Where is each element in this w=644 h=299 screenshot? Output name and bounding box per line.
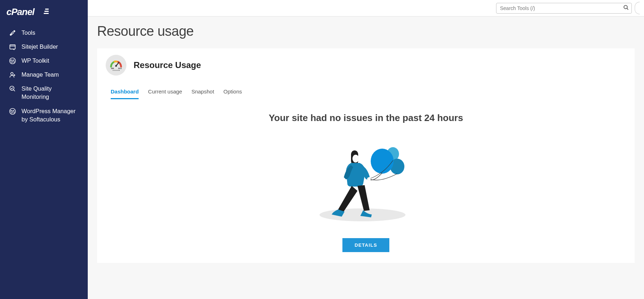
sidebar-item-label: WP Toolkit [21,57,79,65]
svg-rect-16 [113,70,114,71]
panel-title: Resource Usage [134,60,201,70]
cpanel-logo[interactable]: cPanel [0,4,88,26]
details-button[interactable]: DETAILS [342,238,389,252]
sidebar: cPanel Tools Sitejet Builder [0,0,88,299]
svg-text:MIN: MIN [111,68,114,69]
topbar [88,0,644,16]
search-wrap [496,3,632,14]
sidebar-item-tools[interactable]: Tools [0,26,88,40]
tab-current-usage[interactable]: Current usage [148,86,182,99]
svg-text:MAX: MAX [118,68,122,69]
wordpress-icon [9,107,16,115]
svg-text:cPanel: cPanel [6,6,35,17]
sidebar-item-manage-team[interactable]: Manage Team [0,68,88,82]
gauge-icon: MIN MAX [106,55,126,76]
sidebar-item-site-quality[interactable]: Site Quality Monitoring [0,82,88,104]
svg-point-12 [115,65,117,67]
sidebar-item-label: Manage Team [21,71,79,79]
sidebar-item-wptoolkit[interactable]: WP Toolkit [0,54,88,68]
sidebar-nav: Tools Sitejet Builder WP Toolkit Manage … [0,26,88,126]
search-input[interactable] [496,3,632,14]
sidebar-item-label: Tools [21,29,79,37]
dashboard-body: Your site had no issues in the past 24 h… [106,112,626,252]
svg-point-27 [367,177,371,181]
svg-rect-21 [118,70,119,71]
sidebar-item-label: WordPress Manager by Softaculous [21,107,79,124]
svg-rect-3 [44,13,49,14]
svg-rect-6 [10,45,15,49]
no-issues-illustration [309,134,423,224]
sidebar-item-sitejet[interactable]: Sitejet Builder [0,40,88,54]
main: Resource usage MIN MAX [88,0,644,299]
svg-rect-1 [45,9,49,10]
svg-point-25 [371,149,394,174]
resource-usage-panel: MIN MAX Resource Usage [97,48,635,263]
cpanel-logo-icon: cPanel [6,6,49,17]
tabs: Dashboard Current usage Snapshot Options [106,86,626,100]
tab-snapshot[interactable]: Snapshot [191,86,214,99]
site-quality-icon [9,85,16,93]
svg-rect-19 [116,70,117,71]
sidebar-item-wp-manager[interactable]: WordPress Manager by Softaculous [0,104,88,126]
manage-team-icon [9,71,16,79]
svg-rect-2 [44,11,49,12]
tools-icon [9,29,16,37]
svg-rect-20 [117,70,118,71]
sidebar-item-label: Sitejet Builder [21,43,79,51]
tab-options[interactable]: Options [224,86,242,99]
status-heading: Your site had no issues in the past 24 h… [106,112,626,124]
page-title: Resource usage [97,24,635,39]
wordpress-icon [9,57,16,65]
account-menu[interactable] [635,2,640,14]
svg-point-26 [352,155,359,163]
svg-rect-18 [115,70,116,71]
panel-header: MIN MAX Resource Usage [106,55,626,76]
svg-rect-17 [114,70,115,71]
content: Resource usage MIN MAX [88,16,644,299]
tab-dashboard[interactable]: Dashboard [111,86,139,99]
svg-point-8 [11,73,13,75]
sitejet-icon [9,43,16,51]
sidebar-item-label: Site Quality Monitoring [21,85,79,101]
